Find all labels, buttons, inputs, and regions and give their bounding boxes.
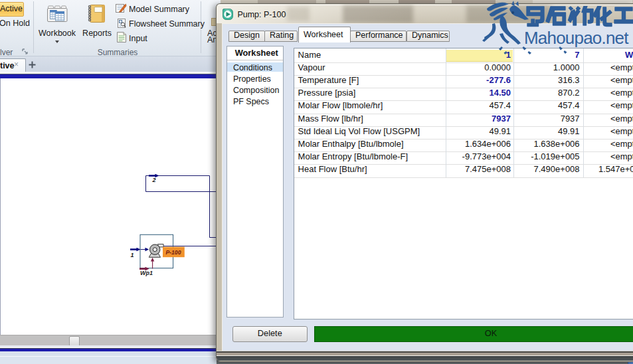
svg-text:2: 2 — [152, 177, 156, 183]
svg-text:1: 1 — [131, 252, 134, 258]
svg-text:P-100: P-100 — [166, 249, 181, 256]
svg-text:Wp1: Wp1 — [140, 270, 153, 276]
